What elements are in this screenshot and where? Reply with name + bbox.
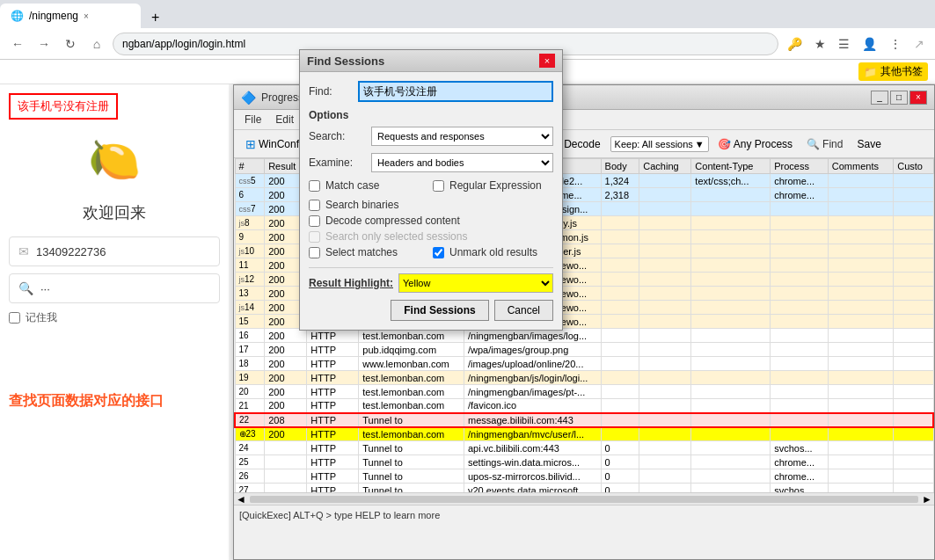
cell-host: Tunnel to (359, 441, 464, 455)
cell-num: ⊕23 (235, 427, 265, 441)
profile-icon[interactable]: 👤 (858, 33, 880, 55)
cell-process: chrome... (771, 174, 829, 188)
table-row[interactable]: 27 HTTP Tunnel to v20.events.data.micros… (235, 484, 933, 493)
browser-menu-icon[interactable]: ⋮ (886, 33, 905, 55)
cell-result (265, 484, 307, 493)
find-sessions-button[interactable]: Find Sessions (391, 300, 488, 321)
select-matches-checkbox[interactable] (309, 247, 320, 258)
cell-num: 19 (235, 371, 265, 385)
table-row[interactable]: 17 200 HTTP pub.idqqimg.com /wpa/images/… (235, 343, 933, 357)
cell-custom (894, 441, 933, 455)
decode-compressed-label: Decode compressed content (325, 215, 460, 227)
cell-comments (828, 455, 893, 469)
table-row[interactable]: 21 200 HTTP test.lemonban.com /favicon.i… (235, 399, 933, 413)
cell-content-type (691, 244, 771, 258)
col-comments[interactable]: Comments (828, 159, 893, 174)
remember-me-checkbox[interactable] (9, 312, 20, 324)
col-process[interactable]: Process (771, 159, 829, 174)
horizontal-scrollbar[interactable]: ◄ ► (234, 492, 934, 505)
cell-body (601, 371, 639, 385)
regular-expression-checkbox[interactable] (433, 180, 444, 192)
active-tab[interactable]: 🌐 /ningmeng × (0, 4, 141, 28)
examine-select[interactable]: Headers and bodies Headers only Bodies o… (371, 153, 553, 172)
table-row[interactable]: 26 HTTP Tunnel to upos-sz-mirrorcos.bili… (235, 469, 933, 484)
lemon-image: 🍋 (9, 135, 220, 185)
cell-content-type (691, 216, 771, 230)
table-row[interactable]: 19 200 HTTP test.lemonban.com /ningmengb… (235, 371, 933, 385)
cell-custom (894, 301, 933, 315)
find-btn[interactable]: 🔍 Find (801, 136, 848, 152)
decode-compressed-checkbox[interactable] (309, 215, 320, 227)
select-matches-label: Select matches (325, 246, 398, 258)
tab-menu-icon[interactable]: ☰ (835, 33, 853, 55)
table-row[interactable]: 24 HTTP Tunnel to api.vc.bilibili.com:44… (235, 441, 933, 455)
any-process-btn[interactable]: 🎯 Any Process (712, 136, 798, 152)
save-btn[interactable]: Save (851, 136, 886, 152)
table-row[interactable]: 20 200 HTTP test.lemonban.com /ningmengb… (235, 385, 933, 399)
col-caching[interactable]: Caching (639, 159, 691, 174)
search-only-selected-checkbox[interactable] (309, 231, 320, 243)
phone-input-field[interactable]: ✉ 13409222736 (9, 236, 220, 266)
external-icon: ↗ (910, 33, 928, 55)
cell-body (601, 413, 639, 427)
forward-btn[interactable]: → (33, 33, 55, 55)
menu-file[interactable]: File (237, 112, 268, 127)
password-input-field[interactable]: 🔍 ··· (9, 273, 220, 303)
cell-process (771, 216, 829, 230)
cell-comments (828, 273, 893, 287)
col-num[interactable]: # (235, 159, 265, 174)
cell-url: message.bilibili.com:443 (464, 413, 601, 427)
find-input[interactable] (358, 81, 553, 102)
close-btn[interactable]: × (909, 91, 927, 105)
cancel-button[interactable]: Cancel (494, 300, 553, 321)
col-content-type[interactable]: Content-Type (691, 159, 771, 174)
keep-sessions-btn[interactable]: Keep: All sessions ▼ (610, 136, 709, 152)
unmark-old-checkbox[interactable] (433, 247, 444, 258)
cell-process (771, 399, 829, 413)
table-row[interactable]: 25 HTTP Tunnel to settings-win.data.micr… (235, 455, 933, 469)
scroll-right-icon[interactable]: ► (922, 493, 932, 505)
new-tab-btn[interactable]: + (142, 7, 168, 28)
home-btn[interactable]: ⌂ (86, 33, 107, 55)
scroll-left-icon[interactable]: ◄ (236, 493, 246, 505)
cell-num: 6 (235, 188, 265, 202)
cell-url: /ningmengban/images/pt-... (464, 385, 601, 399)
cell-body (601, 385, 639, 399)
cell-num: js14 (235, 301, 265, 315)
other-bookmarks-folder[interactable]: 📁 其他书签 (858, 62, 928, 81)
menu-edit[interactable]: Edit (268, 112, 301, 127)
col-custom[interactable]: Custo (894, 159, 933, 174)
back-btn[interactable]: ← (7, 33, 28, 55)
cell-num: 24 (235, 441, 265, 455)
table-row[interactable]: 18 200 HTTP www.lemonban.com /images/upl… (235, 357, 933, 371)
cell-content-type: text/css;ch... (691, 174, 771, 188)
cell-caching (639, 287, 691, 301)
cell-comments (828, 230, 893, 244)
search-only-selected-label: Search only selected sessions (325, 230, 467, 243)
search-binaries-checkbox[interactable] (309, 200, 320, 211)
cell-host: www.lemonban.com (359, 357, 464, 371)
cell-protocol: HTTP (307, 371, 359, 385)
cell-custom (894, 273, 933, 287)
find-dialog-close-btn[interactable]: × (539, 54, 555, 68)
highlight-color-select[interactable]: Yellow Red Blue Green Orange Purple (398, 273, 553, 293)
cell-custom (894, 427, 933, 441)
table-row[interactable]: 22 208 HTTP Tunnel to message.bilibili.c… (235, 413, 933, 427)
cell-result: 200 (265, 343, 307, 357)
cell-content-type (691, 315, 771, 329)
cell-body (601, 315, 639, 329)
tab-close-btn[interactable]: × (84, 11, 89, 21)
cell-custom (894, 174, 933, 188)
minimize-btn[interactable]: _ (871, 91, 888, 105)
match-case-checkbox[interactable] (309, 180, 320, 192)
maximize-btn[interactable]: □ (890, 91, 908, 105)
col-body[interactable]: Body (601, 159, 639, 174)
cell-url: settings-win.data.micros... (464, 455, 601, 469)
bookmark-star-icon[interactable]: ★ (811, 33, 829, 55)
table-row[interactable]: ⊕23 200 HTTP test.lemonban.com /ningmeng… (235, 427, 933, 441)
cell-caching (639, 216, 691, 230)
search-select[interactable]: Requests and responses Requests only Res… (371, 127, 553, 146)
refresh-btn[interactable]: ↻ (60, 33, 81, 55)
cell-comments (828, 315, 893, 329)
examine-label: Examine: (309, 156, 366, 169)
